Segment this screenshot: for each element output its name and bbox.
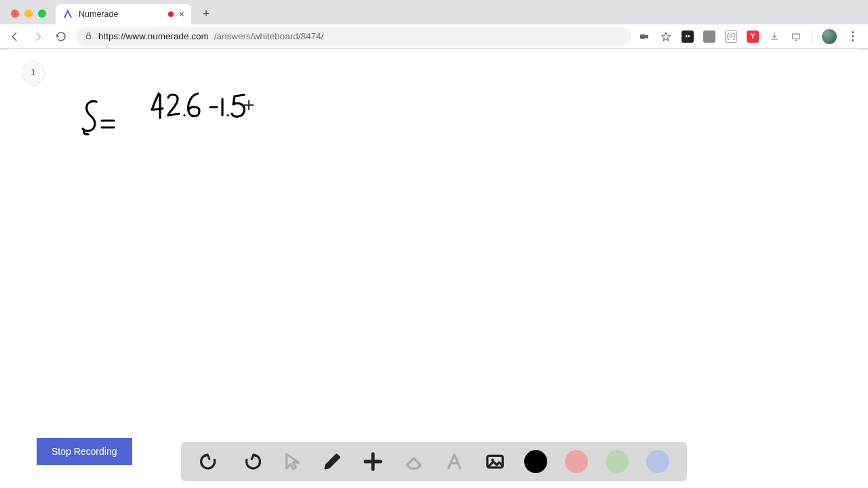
svg-rect-0 [86, 35, 91, 38]
svg-rect-1 [640, 34, 646, 39]
ext-icon-4[interactable]: Y [747, 30, 759, 43]
browser-menu-button[interactable] [846, 31, 859, 41]
redo-button[interactable] [239, 450, 262, 473]
url-input[interactable]: https://www.numerade.com/answers/whitebo… [76, 27, 631, 46]
bookmark-star-icon[interactable] [660, 30, 672, 43]
ext-icon-3[interactable]: {=} [725, 30, 737, 43]
stop-recording-label: Stop Recording [52, 446, 117, 457]
maximize-window-button[interactable] [38, 9, 46, 18]
address-bar: https://www.numerade.com/answers/whitebo… [0, 24, 868, 49]
ext-icon-6[interactable] [790, 30, 802, 43]
recording-indicator-icon [168, 12, 174, 17]
ink-stroke-s-equals [79, 98, 126, 141]
tab-close-button[interactable]: × [179, 9, 184, 19]
browser-tab[interactable]: Numerade × [56, 4, 191, 24]
lock-icon [84, 31, 93, 42]
color-green[interactable] [606, 450, 629, 473]
svg-point-4 [226, 114, 229, 116]
titlebar: Numerade × + [0, 0, 868, 24]
reload-button[interactable] [53, 28, 69, 45]
drawing-cursor-icon [244, 100, 254, 110]
page-number: 1 [31, 68, 36, 77]
color-red[interactable] [565, 450, 588, 473]
tab-title: Numerade [79, 9, 118, 19]
svg-point-3 [183, 114, 185, 116]
tab-favicon [62, 9, 73, 20]
add-tool[interactable] [361, 450, 384, 473]
new-tab-button[interactable]: + [197, 4, 216, 23]
undo-button[interactable] [199, 450, 222, 473]
browser-chrome: Numerade × + https://www.numerade.com/an… [0, 0, 868, 49]
ext-icon-5[interactable] [768, 30, 781, 43]
color-blue[interactable] [646, 450, 669, 473]
whiteboard-canvas[interactable]: 1 Sto [9, 49, 859, 488]
window-controls [7, 9, 52, 24]
profile-avatar[interactable] [822, 29, 837, 44]
camera-icon[interactable] [638, 30, 650, 43]
whiteboard-toolbar [181, 442, 687, 481]
text-tool[interactable] [443, 450, 466, 473]
color-black[interactable] [524, 450, 547, 473]
separator [812, 30, 812, 43]
back-button[interactable] [7, 28, 23, 45]
forward-button[interactable] [30, 28, 46, 45]
ext-icon-1[interactable]: •• [682, 30, 694, 43]
pen-tool[interactable] [321, 450, 344, 473]
svg-rect-2 [793, 34, 800, 39]
image-tool[interactable] [484, 450, 507, 473]
eraser-tool[interactable] [402, 450, 425, 473]
page-number-badge[interactable]: 1 [22, 61, 45, 84]
url-host: https://www.numerade.com [98, 31, 209, 41]
minimize-window-button[interactable] [24, 9, 33, 18]
stop-recording-button[interactable]: Stop Recording [37, 438, 132, 465]
pointer-tool[interactable] [280, 450, 303, 473]
extension-icons: •• {=} Y [638, 29, 861, 44]
ext-icon-2[interactable] [703, 30, 715, 43]
url-path: /answers/whiteboard/8474/ [214, 31, 323, 41]
close-window-button[interactable] [11, 9, 19, 18]
